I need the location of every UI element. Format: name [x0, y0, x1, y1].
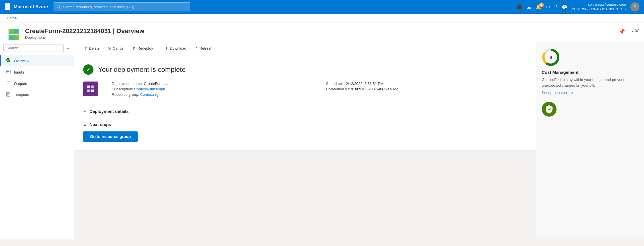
breadcrumb-separator: ›	[19, 17, 20, 20]
svg-point-4	[6, 58, 10, 62]
next-steps-header[interactable]: ▲ Next steps	[83, 122, 527, 127]
page-header-text: CreateForm-20221212184031 | Overview Dep…	[25, 27, 613, 40]
start-time-label: Start time:	[326, 82, 343, 86]
svg-rect-0	[9, 29, 14, 34]
inputs-icon	[5, 69, 11, 75]
go-resource-group-button[interactable]: Go to resource group	[83, 131, 138, 142]
deployment-meta: Deployment name: CreateForm-... Subscrip…	[112, 82, 312, 98]
cancel-label: Cancel	[113, 46, 124, 50]
avatar[interactable]: S	[630, 2, 639, 11]
outputs-svg-icon	[6, 81, 11, 85]
cost-management-desc: Get notified to stay within your budget …	[542, 77, 638, 88]
redeploy-button[interactable]: ⬆ Redeploy	[129, 44, 156, 52]
feedback-icon[interactable]: 💬	[562, 4, 567, 10]
pin-button[interactable]: 📌	[617, 27, 626, 36]
next-steps-content: Go to resource group	[83, 127, 527, 146]
resource-group-label: Resource group:	[112, 92, 139, 97]
svg-text:$: $	[550, 55, 552, 60]
deployment-section: ✓ Your deployment is complete	[74, 55, 536, 151]
deployment-details-section: ▼ Deployment details	[83, 105, 527, 118]
resource-group-row: Resource group: Contoso-rg	[112, 92, 312, 97]
deployment-details-header[interactable]: ▼ Deployment details	[83, 109, 527, 114]
sidebar: « Overview Inputs	[0, 41, 74, 239]
global-search-bar[interactable]	[54, 2, 190, 11]
global-search-input[interactable]	[63, 5, 188, 9]
page-title: CreateForm-20221212184031 | Overview	[25, 27, 613, 35]
resource-group-link[interactable]: Contoso-rg	[140, 92, 158, 97]
refresh-icon: ↺	[194, 46, 198, 50]
content-area: 🗑 Delete ⊘ Cancel ⬆ Redeploy ⬇ Download	[74, 41, 644, 239]
sidebar-item-template[interactable]: Template	[0, 89, 74, 101]
sidebar-nav: Overview Inputs	[0, 55, 74, 239]
delete-icon: 🗑	[83, 46, 87, 50]
svg-rect-17	[91, 90, 94, 92]
refresh-button[interactable]: ↺ Refresh	[191, 44, 216, 52]
svg-rect-1	[14, 29, 19, 34]
cancel-button[interactable]: ⊘ Cancel	[104, 44, 128, 52]
svg-rect-14	[87, 86, 90, 88]
subscription-row: Subscription: Contoso-subscripti...	[112, 87, 312, 91]
correlation-id-value: d1809183-2307-4063-ab32-;	[351, 87, 398, 91]
sidebar-search-container: «	[0, 41, 74, 55]
svg-rect-16	[87, 90, 90, 92]
cloud-shell-icon[interactable]: ☁	[527, 4, 531, 10]
download-label: Download	[170, 46, 186, 50]
page-header: CreateForm-20221212184031 | Overview Dep…	[0, 23, 644, 41]
delete-button[interactable]: 🗑 Delete	[80, 44, 103, 52]
cost-management-card: $ Cost Management Get notified to stay w…	[542, 48, 638, 95]
toolbar-separator-1	[159, 45, 159, 52]
notification-count: 1	[539, 3, 544, 7]
deployment-name-value: CreateForm-...	[144, 82, 168, 86]
page-subtitle: Deployment	[25, 35, 613, 40]
user-email: soniarees@contoso.com	[572, 3, 626, 7]
template-icon	[5, 92, 11, 98]
terminal-icon[interactable]: ⬛	[516, 4, 522, 10]
start-time-row: Start time: 12/12/2022, 6:51:51 PM	[326, 82, 527, 86]
correlation-id-row: Correlation ID: d1809183-2307-4063-ab32-…	[326, 87, 527, 91]
outputs-icon	[5, 81, 11, 86]
sidebar-overview-label: Overview	[14, 59, 29, 63]
overview-svg-icon	[6, 58, 11, 62]
svg-rect-2	[9, 35, 14, 40]
redeploy-label: Redeploy	[137, 46, 153, 50]
template-svg-icon	[6, 92, 11, 97]
cost-management-title: Cost Management	[542, 70, 638, 75]
overview-icon	[5, 58, 11, 64]
delete-label: Delete	[89, 46, 100, 50]
sidebar-template-label: Template	[14, 93, 29, 97]
deployment-header: ✓ Your deployment is complete	[83, 64, 527, 75]
sidebar-item-outputs[interactable]: Outputs	[0, 78, 74, 89]
svg-rect-3	[14, 35, 19, 40]
deployment-details-label: Deployment details	[89, 109, 129, 114]
sidebar-search-input[interactable]	[3, 44, 64, 52]
security-shield-icon	[545, 105, 554, 114]
nextsteps-chevron-icon: ▲	[83, 123, 87, 127]
top-nav: ☰ Microsoft Azure ⬛ ☁ 🔔 1 ⚙ ? 💬 soniaree…	[0, 0, 644, 14]
close-button[interactable]: ✕	[635, 27, 639, 34]
help-icon[interactable]: ?	[555, 4, 557, 9]
download-button[interactable]: ⬇ Download	[161, 44, 190, 52]
inputs-svg-icon	[6, 69, 11, 74]
refresh-label: Refresh	[199, 46, 213, 50]
breadcrumb-home[interactable]: Home	[7, 16, 17, 20]
sidebar-collapse-button[interactable]: «	[66, 45, 70, 52]
subscription-link[interactable]: Contoso-subscripti...	[134, 87, 168, 91]
next-steps-section: ▲ Next steps Go to resource group	[83, 118, 527, 150]
correlation-id-label: Correlation ID:	[326, 87, 350, 91]
search-icon	[57, 5, 60, 9]
sidebar-item-overview[interactable]: Overview	[0, 55, 74, 66]
user-info: soniarees@contoso.com CONTOSO (CONTOSO.O…	[572, 3, 626, 11]
success-icon: ✓	[83, 64, 93, 75]
brand-name: Microsoft Azure	[14, 4, 48, 9]
svg-rect-15	[91, 86, 94, 88]
deployment-name-label: Deployment name:	[112, 82, 143, 86]
main-content: 🗑 Delete ⊘ Cancel ⬆ Redeploy ⬇ Download	[74, 41, 536, 239]
hamburger-menu[interactable]: ☰	[5, 3, 10, 11]
subscription-label: Subscription:	[112, 87, 133, 91]
settings-icon[interactable]: ⚙	[546, 4, 550, 10]
start-time-value: 12/12/2022, 6:51:51 PM	[344, 82, 384, 86]
sidebar-item-inputs[interactable]: Inputs	[0, 66, 74, 78]
notifications-icon[interactable]: 🔔 1	[536, 4, 541, 10]
cost-alerts-link[interactable]: Set up cost alerts >	[542, 91, 574, 95]
deployment-name-row: Deployment name: CreateForm-...	[112, 82, 312, 86]
